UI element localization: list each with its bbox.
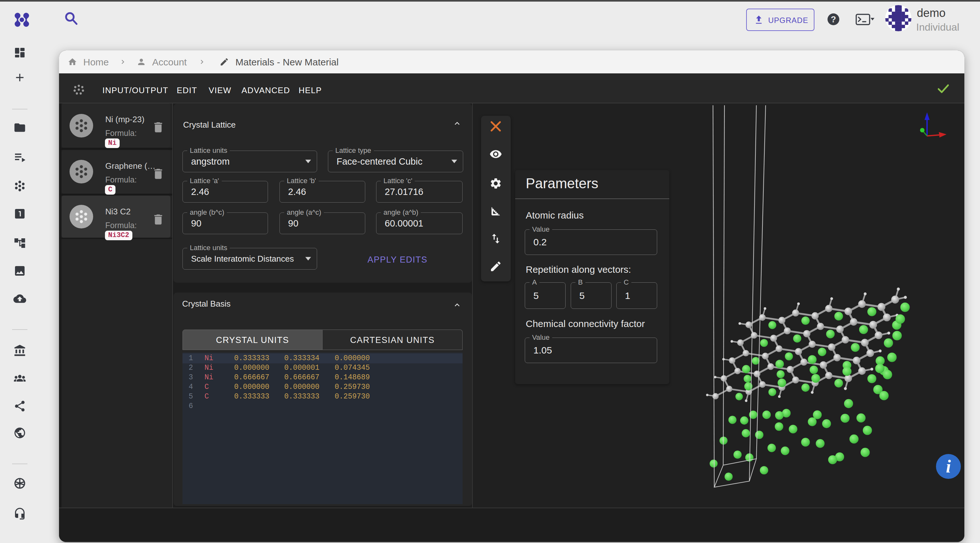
svg-text:i: i [946,457,951,476]
